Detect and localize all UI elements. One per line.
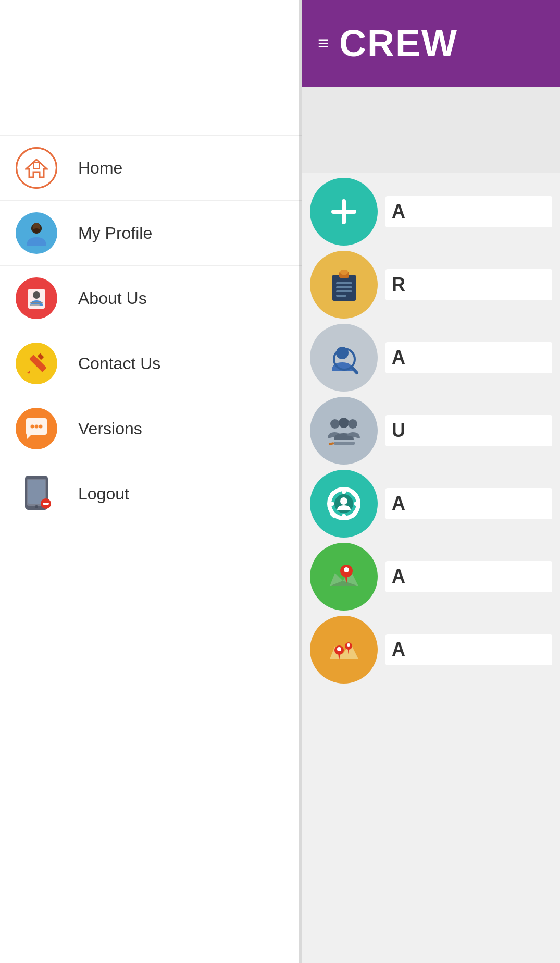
grid-label-location: A bbox=[385, 561, 552, 592]
grid-label-text-location2: A bbox=[392, 639, 405, 661]
svg-rect-41 bbox=[342, 487, 346, 494]
svg-rect-21 bbox=[43, 503, 49, 505]
svg-line-32 bbox=[352, 367, 357, 373]
nav-label-about: About Us bbox=[78, 289, 147, 308]
grid-row-admin[interactable]: A bbox=[310, 470, 552, 538]
svg-point-53 bbox=[337, 647, 341, 651]
drawer-menu: Home My Profile bbox=[0, 0, 302, 963]
grid-row-search-person[interactable]: A bbox=[310, 324, 552, 392]
location2-circle-icon bbox=[310, 616, 378, 684]
grid-row-users-edit[interactable]: U bbox=[310, 397, 552, 465]
svg-rect-42 bbox=[342, 514, 346, 520]
svg-marker-0 bbox=[26, 160, 47, 177]
grid-label-text-add: A bbox=[392, 201, 405, 223]
svg-point-14 bbox=[35, 425, 39, 429]
grid-label-text-users-edit: U bbox=[392, 420, 405, 442]
grid-row-reports[interactable]: R bbox=[310, 251, 552, 319]
nav-item-versions[interactable]: Versions bbox=[0, 396, 302, 461]
svg-point-5 bbox=[33, 228, 40, 233]
main-header: ≡ CREW bbox=[302, 0, 560, 87]
grid-label-text-location: A bbox=[392, 566, 405, 588]
grid-label-reports: R bbox=[385, 269, 552, 300]
svg-point-15 bbox=[39, 425, 43, 429]
logout-icon bbox=[16, 473, 57, 515]
svg-rect-8 bbox=[30, 302, 43, 303]
location-circle-icon bbox=[310, 543, 378, 611]
grid-label-search-person: A bbox=[385, 342, 552, 373]
svg-rect-27 bbox=[336, 282, 352, 284]
hamburger-icon[interactable]: ≡ bbox=[318, 32, 329, 54]
users-edit-circle-icon bbox=[310, 397, 378, 465]
nav-item-profile[interactable]: My Profile bbox=[0, 201, 302, 266]
grid-label-location2: A bbox=[385, 634, 552, 665]
grid-row-location2[interactable]: A bbox=[310, 616, 552, 684]
contact-icon bbox=[16, 343, 57, 384]
about-icon bbox=[16, 277, 57, 319]
svg-point-49 bbox=[340, 497, 347, 505]
svg-rect-1 bbox=[33, 163, 40, 169]
nav-item-logout[interactable]: Logout bbox=[0, 461, 302, 526]
svg-rect-44 bbox=[354, 502, 360, 506]
nav-label-contact: Contact Us bbox=[78, 354, 160, 373]
search-person-circle-icon bbox=[310, 324, 378, 392]
nav-label-logout: Logout bbox=[78, 484, 129, 504]
svg-rect-29 bbox=[336, 290, 352, 292]
grid-label-add: A bbox=[385, 196, 552, 227]
svg-point-51 bbox=[344, 567, 349, 572]
svg-rect-10 bbox=[29, 355, 47, 372]
home-icon bbox=[16, 147, 57, 189]
svg-point-19 bbox=[35, 505, 38, 508]
reports-circle-icon bbox=[310, 251, 378, 319]
svg-rect-43 bbox=[328, 502, 334, 506]
nav-item-home[interactable]: Home bbox=[0, 136, 302, 201]
grid-label-text-admin: A bbox=[392, 493, 405, 515]
nav-label-profile: My Profile bbox=[78, 224, 152, 243]
grid-row-location[interactable]: A bbox=[310, 543, 552, 611]
nav-label-versions: Versions bbox=[78, 419, 142, 438]
grid-label-users-edit: U bbox=[385, 415, 552, 446]
main-panel: ≡ CREW A bbox=[302, 0, 560, 963]
grid-label-text-search-person: A bbox=[392, 347, 405, 369]
grid-area: A R bbox=[302, 173, 560, 689]
add-circle-icon bbox=[310, 178, 378, 246]
nav-list: Home My Profile bbox=[0, 136, 302, 526]
admin-gear-circle-icon bbox=[310, 470, 378, 538]
svg-rect-9 bbox=[30, 304, 40, 306]
svg-point-34 bbox=[330, 419, 340, 429]
header-title: CREW bbox=[339, 22, 458, 65]
svg-rect-12 bbox=[38, 353, 44, 360]
svg-rect-26 bbox=[340, 270, 348, 275]
grid-row-add[interactable]: A bbox=[310, 178, 552, 246]
svg-point-13 bbox=[31, 425, 34, 429]
svg-rect-37 bbox=[334, 442, 355, 445]
versions-icon bbox=[16, 408, 57, 449]
grid-label-admin: A bbox=[385, 488, 552, 519]
svg-point-7 bbox=[33, 291, 40, 299]
search-area bbox=[302, 87, 560, 173]
svg-rect-28 bbox=[336, 286, 352, 288]
grid-label-text-reports: R bbox=[392, 274, 405, 296]
svg-point-36 bbox=[348, 419, 357, 429]
svg-rect-30 bbox=[336, 295, 346, 297]
nav-item-about[interactable]: About Us bbox=[0, 266, 302, 331]
profile-icon bbox=[16, 212, 57, 254]
nav-label-home: Home bbox=[78, 159, 122, 178]
svg-point-35 bbox=[339, 418, 349, 428]
svg-marker-11 bbox=[27, 371, 30, 374]
nav-item-contact[interactable]: Contact Us bbox=[0, 331, 302, 396]
drawer-top-spacer bbox=[0, 0, 302, 136]
svg-point-55 bbox=[347, 643, 350, 647]
svg-rect-38 bbox=[328, 442, 334, 445]
